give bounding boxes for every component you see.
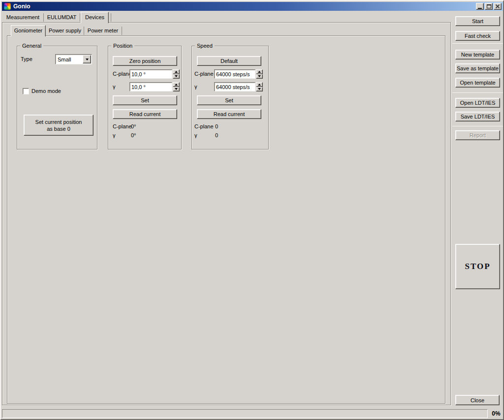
- position-current-gamma-label: γ: [113, 132, 116, 139]
- maximize-icon: [487, 4, 491, 8]
- speed-gamma-stepper[interactable]: [256, 82, 263, 91]
- arrow-up-icon: [258, 71, 261, 73]
- chevron-down-icon: [86, 59, 89, 60]
- tab-goniometer[interactable]: Goniometer: [11, 25, 46, 36]
- spin-down-button[interactable]: [256, 74, 263, 79]
- position-group-caption: Position: [111, 43, 134, 49]
- save-ldt-ies-button[interactable]: Save LDT/IES: [455, 112, 500, 121]
- sidebar-separator: [452, 92, 503, 93]
- report-button: Report: [455, 130, 500, 140]
- titlebar: Gonio: [2, 2, 503, 11]
- close-window-button[interactable]: [494, 3, 502, 10]
- save-as-template-button[interactable]: Save as template: [455, 63, 500, 73]
- speed-current-gamma-label: γ: [194, 132, 197, 139]
- speed-current-cplane-value: 0: [215, 123, 218, 130]
- speed-cplane-label: C-plane: [194, 69, 214, 79]
- position-gamma-label: γ: [113, 82, 116, 91]
- sidebar-separator: [452, 126, 503, 126]
- arrow-up-icon: [258, 84, 261, 86]
- tab-separator: [80, 13, 80, 22]
- tab-devices[interactable]: Devices: [81, 12, 109, 23]
- tab-eulumdat[interactable]: EULUMDAT: [44, 13, 80, 22]
- tab-separator: [84, 27, 84, 35]
- start-button[interactable]: Start: [455, 16, 500, 26]
- app-icon: [4, 3, 11, 10]
- demo-mode-label: Demo mode: [32, 88, 61, 94]
- type-label: Type: [21, 54, 32, 64]
- arrow-down-icon: [175, 88, 178, 90]
- tab-power-supply[interactable]: Power supply: [47, 27, 83, 35]
- position-current-cplane-value: 0°: [131, 123, 136, 130]
- set-base-button[interactable]: Set current position as base 0: [24, 115, 94, 136]
- tab-measurement[interactable]: Measurement: [2, 13, 43, 22]
- app-window: Gonio Measurement EULUMDAT Devices Gonio…: [0, 0, 504, 420]
- demo-mode-checkbox[interactable]: [23, 88, 29, 94]
- type-dropdown-button[interactable]: [83, 55, 91, 63]
- position-current-cplane-label: C-plane: [113, 123, 132, 130]
- general-group-caption: General: [20, 43, 43, 49]
- arrow-down-icon: [258, 75, 261, 77]
- position-cplane-input[interactable]: [129, 69, 172, 79]
- close-icon: [495, 4, 500, 9]
- tab-power-meter[interactable]: Power meter: [85, 27, 121, 35]
- position-current-gamma-value: 0°: [131, 132, 136, 139]
- stop-button[interactable]: STOP: [455, 244, 500, 289]
- new-template-button[interactable]: New template: [455, 50, 500, 60]
- arrow-down-icon: [258, 88, 261, 90]
- speed-cplane-stepper[interactable]: [256, 69, 263, 79]
- maximize-button[interactable]: [485, 3, 493, 10]
- close-button[interactable]: Close: [455, 395, 500, 405]
- spin-up-button[interactable]: [256, 82, 263, 87]
- speed-gamma-label: γ: [194, 82, 197, 91]
- sidebar-separator: [452, 43, 503, 44]
- speed-default-button[interactable]: Default: [197, 56, 261, 66]
- spin-up-button[interactable]: [256, 69, 263, 74]
- zero-position-button[interactable]: Zero position: [113, 56, 177, 66]
- spin-down-button[interactable]: [173, 87, 180, 92]
- speed-group-caption: Speed: [195, 43, 215, 49]
- general-group: General Type Small Demo mode Set current…: [17, 46, 97, 150]
- fast-check-button[interactable]: Fast check: [455, 31, 500, 41]
- type-dropdown-value: Small: [56, 57, 83, 62]
- spin-up-button[interactable]: [173, 69, 180, 74]
- position-cplane-label: C-plane: [113, 69, 132, 79]
- minimize-button[interactable]: [476, 3, 484, 10]
- speed-gamma-input[interactable]: [214, 82, 255, 91]
- position-gamma-stepper[interactable]: [173, 82, 180, 91]
- arrow-up-icon: [175, 71, 178, 73]
- speed-current-gamma-value: 0: [215, 132, 218, 139]
- open-template-button[interactable]: Open template: [455, 78, 500, 88]
- tab-separator: [122, 27, 122, 35]
- progress-bar: [2, 409, 488, 418]
- position-group: Position Zero position C-plane γ Set Rea…: [108, 46, 182, 150]
- arrow-up-icon: [175, 84, 178, 86]
- position-set-button[interactable]: Set: [113, 95, 177, 105]
- speed-read-current-button[interactable]: Read current: [197, 109, 261, 119]
- spin-up-button[interactable]: [173, 82, 180, 87]
- progress-percent-label: 0%: [489, 409, 504, 418]
- minimize-icon: [478, 8, 482, 9]
- spin-down-button[interactable]: [173, 74, 180, 79]
- speed-group: Speed Default C-plane γ Set Read current…: [191, 46, 269, 150]
- spin-down-button[interactable]: [256, 87, 263, 92]
- set-base-button-line1: Set current position: [35, 119, 82, 125]
- set-base-button-line2: as base 0: [47, 125, 70, 132]
- window-title: Gonio: [13, 3, 31, 10]
- arrow-down-icon: [175, 75, 178, 77]
- position-read-current-button[interactable]: Read current: [113, 109, 177, 119]
- open-ldt-ies-button[interactable]: Open LDT/IES: [455, 98, 500, 108]
- speed-current-cplane-label: C-plane: [194, 123, 214, 130]
- type-dropdown[interactable]: Small: [55, 54, 92, 64]
- position-gamma-input[interactable]: [129, 82, 172, 91]
- tab-separator: [111, 13, 111, 22]
- speed-cplane-input[interactable]: [214, 69, 255, 79]
- speed-set-button[interactable]: Set: [197, 95, 261, 105]
- position-cplane-stepper[interactable]: [173, 69, 180, 79]
